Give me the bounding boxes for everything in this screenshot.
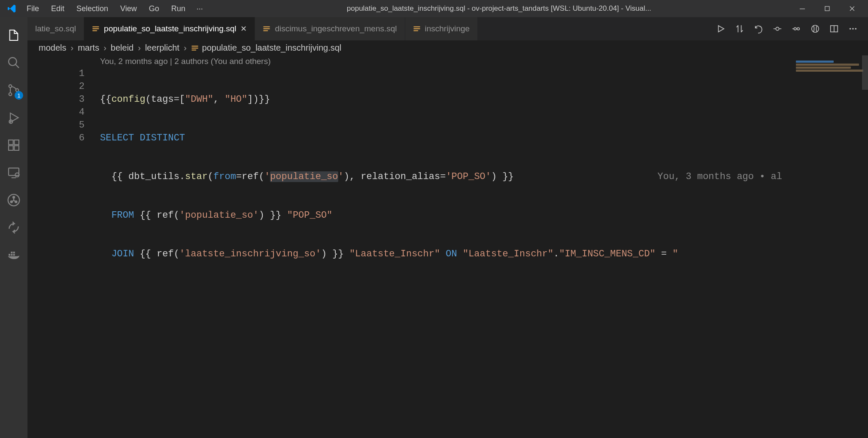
svg-rect-7 <box>9 140 13 145</box>
svg-rect-8 <box>14 140 19 145</box>
chevron-right-icon: › <box>102 43 108 53</box>
svg-rect-17 <box>9 254 10 255</box>
file-icon <box>92 25 100 33</box>
titlebar: File Edit Selection View Go Run ··· popu… <box>0 0 868 17</box>
menu-go[interactable]: Go <box>143 2 165 16</box>
window-title: populatie_so_laatste_inschrijving.sql - … <box>208 4 790 13</box>
activity-run-debug[interactable] <box>0 104 27 131</box>
svg-point-22 <box>776 27 779 30</box>
tab-label: latie_so.sql <box>35 24 76 33</box>
line-number-gutter: 1 2 3 4 5 6 <box>27 67 100 325</box>
code-line[interactable]: {{ dbt_utils.star(from=ref('populatie_so… <box>100 170 868 183</box>
open-preview-icon[interactable] <box>810 24 820 33</box>
activity-extensions[interactable] <box>0 131 27 159</box>
maximize-button[interactable] <box>815 0 840 17</box>
chevron-right-icon: › <box>69 43 75 53</box>
crumb-beleid[interactable]: beleid <box>111 43 134 53</box>
revert-icon[interactable] <box>754 24 763 33</box>
code-line[interactable]: FROM {{ ref('populatie_so') }} "POP_SO" <box>100 209 868 222</box>
svg-rect-1 <box>825 6 829 11</box>
menu-edit[interactable]: Edit <box>45 2 70 16</box>
gitlens-codelens[interactable]: You, 2 months ago | 2 authors (You and o… <box>27 55 868 67</box>
code-line[interactable] <box>100 286 868 299</box>
crumb-models[interactable]: models <box>39 43 66 53</box>
compare-icon[interactable] <box>735 24 744 33</box>
activity-docker[interactable] <box>0 241 27 269</box>
line-number: 2 <box>27 80 85 93</box>
minimap[interactable] <box>791 55 868 438</box>
menu-bar: File Edit Selection View Go Run ··· <box>21 2 208 16</box>
minimap-content <box>796 61 865 73</box>
menu-run[interactable]: Run <box>165 2 191 16</box>
tab-label: inschrijvinge <box>425 24 470 33</box>
svg-point-25 <box>812 25 819 33</box>
chevron-right-icon: › <box>136 43 143 53</box>
tab-latie-so[interactable]: latie_so.sql <box>27 17 84 40</box>
code-area: 1 2 3 4 5 6 {{config(tags=["DWH", "HO"])… <box>27 67 868 325</box>
tab-inschrijvinge[interactable]: inschrijvinge <box>405 17 478 40</box>
svg-point-23 <box>794 27 797 30</box>
svg-rect-10 <box>14 146 19 150</box>
code-line[interactable]: {{config(tags=["DWH", "HO"])}} <box>100 93 868 106</box>
chevron-right-icon: › <box>182 43 188 53</box>
code-content[interactable]: {{config(tags=["DWH", "HO"])}} SELECT DI… <box>100 67 868 325</box>
main-container: 1 latie_so.sql populatie_so_laat <box>0 17 868 438</box>
svg-point-3 <box>9 85 12 88</box>
activity-remote-explorer[interactable] <box>0 159 27 186</box>
editor-area: latie_so.sql populatie_so_laatste_inschr… <box>27 17 868 438</box>
crumb-file-label: populatie_so_laatste_inschrijving.sql <box>202 43 342 53</box>
activity-git-graph[interactable] <box>0 186 27 214</box>
breadcrumbs[interactable]: models › marts › beleid › leerplicht › p… <box>27 40 868 55</box>
tab-discimus[interactable]: discimus_ingeschreven_mens.sql <box>255 17 405 40</box>
tab-populatie-so-laatste[interactable]: populatie_so_laatste_inschrijving.sql ✕ <box>84 17 255 40</box>
svg-rect-20 <box>11 252 12 253</box>
tabs-row: latie_so.sql populatie_so_laatste_inschr… <box>27 17 868 40</box>
line-number: 6 <box>27 132 85 145</box>
svg-rect-21 <box>13 252 15 253</box>
line-number: 5 <box>27 119 85 132</box>
svg-point-29 <box>855 28 857 30</box>
minimize-button[interactable] <box>790 0 815 17</box>
scm-badge: 1 <box>15 91 23 100</box>
scrollbar-vertical[interactable] <box>862 55 868 90</box>
code-line[interactable]: SELECT DISTINCT <box>100 132 868 145</box>
run-icon[interactable] <box>716 24 725 33</box>
svg-rect-0 <box>800 9 805 9</box>
svg-point-28 <box>852 28 854 30</box>
tab-label: discimus_ingeschreven_mens.sql <box>275 24 397 33</box>
file-icon <box>413 25 421 33</box>
activity-explorer[interactable] <box>0 21 27 49</box>
menu-file[interactable]: File <box>21 2 45 16</box>
menu-selection[interactable]: Selection <box>70 2 114 16</box>
file-icon <box>263 25 270 33</box>
code-line[interactable]: JOIN {{ ref('laatste_inschrijving_so') }… <box>100 248 868 261</box>
crumb-marts[interactable]: marts <box>78 43 99 53</box>
activity-bar: 1 <box>0 17 27 438</box>
svg-point-27 <box>850 28 851 30</box>
crumb-leerplicht[interactable]: leerplicht <box>145 43 179 53</box>
commit-icon[interactable] <box>773 24 782 33</box>
close-button[interactable] <box>840 0 865 17</box>
commit-all-icon[interactable] <box>792 24 801 33</box>
line-number: 3 <box>27 93 85 106</box>
activity-share[interactable] <box>0 214 27 241</box>
svg-point-4 <box>9 93 12 96</box>
window-controls <box>790 0 865 17</box>
split-editor-icon[interactable] <box>829 24 839 33</box>
svg-rect-19 <box>13 254 15 255</box>
menu-view[interactable]: View <box>114 2 143 16</box>
file-icon <box>191 44 199 52</box>
activity-source-control[interactable]: 1 <box>0 76 27 104</box>
activity-search[interactable] <box>0 49 27 76</box>
close-icon[interactable]: ✕ <box>240 24 247 33</box>
line-number: 4 <box>27 106 85 119</box>
crumb-file[interactable]: populatie_so_laatste_inschrijving.sql <box>191 43 342 53</box>
svg-rect-18 <box>11 254 12 255</box>
editor-actions <box>706 17 868 40</box>
menu-more[interactable]: ··· <box>191 2 208 16</box>
more-actions-icon[interactable] <box>848 24 858 33</box>
vscode-logo-icon <box>3 4 21 13</box>
gitlens-blame-annotation: You, 3 months ago • al <box>658 170 782 183</box>
svg-point-2 <box>9 58 17 66</box>
editor-body[interactable]: You, 2 months ago | 2 authors (You and o… <box>27 55 868 438</box>
